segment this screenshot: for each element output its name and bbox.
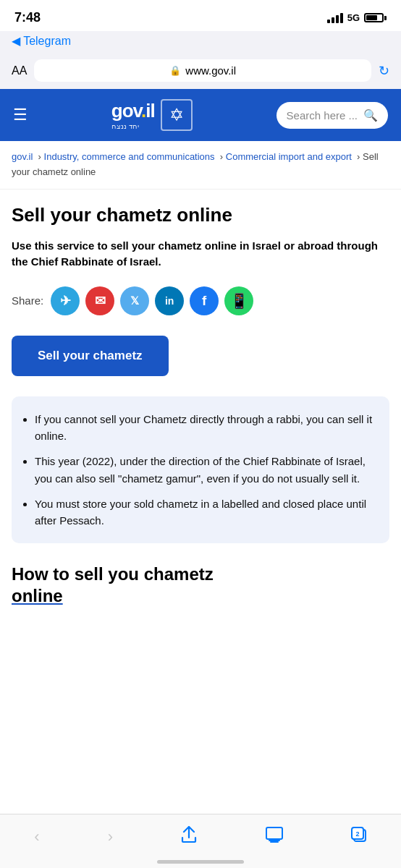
battery-indicator xyxy=(364,13,387,22)
list-item: If you cannot sell your Chametz directly… xyxy=(35,411,375,445)
social-icons: ✈ ✉ 𝕏 in f 📱 xyxy=(51,286,253,315)
address-bar: AA 🔒 www.gov.il ↻ xyxy=(0,55,401,89)
aa-button[interactable]: AA xyxy=(12,64,27,77)
twitter-share-button[interactable]: 𝕏 xyxy=(120,286,149,315)
breadcrumb-home[interactable]: gov.il xyxy=(12,151,33,162)
section-title: How to sell you chametzonline xyxy=(12,563,389,607)
content-area: gov.il › Industry, commerce and communic… xyxy=(0,141,401,689)
linkedin-share-button[interactable]: in xyxy=(155,286,184,315)
hamburger-menu[interactable]: ☰ xyxy=(13,106,28,124)
page-title: Sell your chametz online xyxy=(12,204,389,226)
logo-subtitle: יחד ננצח xyxy=(111,122,139,130)
logo-main: gov.il xyxy=(111,100,155,122)
status-bar: 7:48 5G xyxy=(0,0,401,31)
main-content: Sell your chametz online Use this servic… xyxy=(0,190,401,625)
url-bar[interactable]: 🔒 www.gov.il xyxy=(34,59,371,82)
status-icons: 5G xyxy=(327,12,387,23)
site-header: ☰ gov.il יחד ננצח ✡ Search here ... 🔍 xyxy=(0,89,401,141)
search-placeholder: Search here ... xyxy=(287,109,358,122)
telegram-share-button[interactable]: ✈ xyxy=(51,286,80,315)
gov-logo: gov.il יחד ננצח ✡ xyxy=(111,99,193,131)
breadcrumb-industry[interactable]: Industry, commerce and communications xyxy=(44,151,215,162)
logo-il: il xyxy=(145,100,154,122)
info-box: If you cannot sell your Chametz directly… xyxy=(12,396,389,544)
email-share-button[interactable]: ✉ xyxy=(85,286,114,315)
how-to-section: How to sell you chametzonline xyxy=(12,563,389,607)
state-emblem: ✡ xyxy=(161,99,193,131)
sell-chametz-button[interactable]: Sell your chametz xyxy=(12,336,169,376)
share-row: Share: ✈ ✉ 𝕏 in f 📱 xyxy=(12,286,389,315)
logo-gov: gov xyxy=(111,100,141,122)
page-subtitle: Use this service to sell your chametz on… xyxy=(12,238,389,271)
info-list: If you cannot sell your Chametz directly… xyxy=(22,411,375,529)
logo-text-group: gov.il יחד ננצח xyxy=(111,100,155,130)
signal-strength xyxy=(327,13,343,23)
facebook-share-button[interactable]: f xyxy=(190,286,219,315)
list-item: You must store your sold chametz in a la… xyxy=(35,495,375,529)
search-icon: 🔍 xyxy=(363,109,378,122)
time-display: 7:48 xyxy=(14,10,41,25)
back-label[interactable]: ◀ Telegram xyxy=(12,35,71,47)
whatsapp-share-button[interactable]: 📱 xyxy=(224,286,253,315)
breadcrumb-import[interactable]: Commercial import and export xyxy=(226,151,352,162)
share-label: Share: xyxy=(12,294,43,307)
refresh-button[interactable]: ↻ xyxy=(379,63,389,79)
url-text: www.gov.il xyxy=(185,64,236,77)
network-type: 5G xyxy=(347,12,360,23)
list-item: This year (2022), under the direction of… xyxy=(35,453,375,487)
browser-back[interactable]: ◀ Telegram xyxy=(0,31,401,55)
search-bar[interactable]: Search here ... 🔍 xyxy=(277,102,388,129)
lock-icon: 🔒 xyxy=(169,65,181,76)
breadcrumb: gov.il › Industry, commerce and communic… xyxy=(0,141,401,190)
